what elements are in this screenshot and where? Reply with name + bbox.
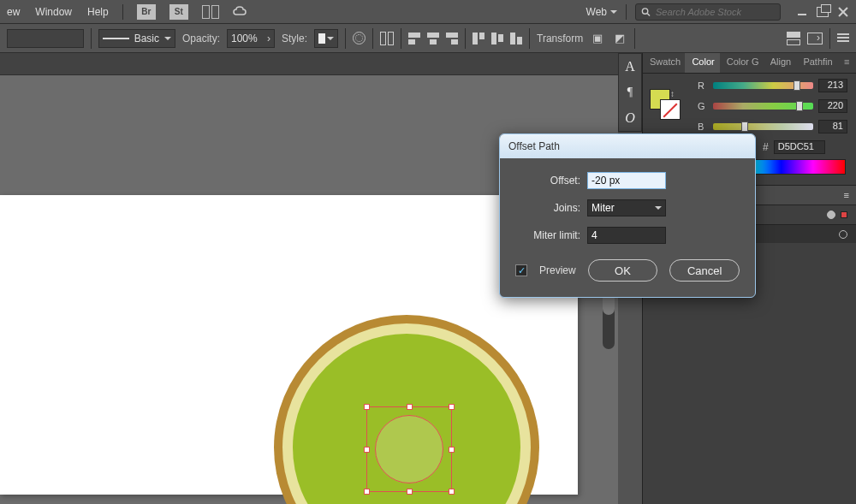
- b-label: B: [698, 122, 708, 132]
- target-icon[interactable]: [827, 210, 835, 219]
- style-swatch-icon: [318, 33, 325, 44]
- separator: [829, 28, 830, 49]
- offset-path-dialog: Offset Path Offset: Joins: Miter Miter l…: [499, 133, 756, 298]
- handle-ne[interactable]: [449, 404, 455, 410]
- chevron-down-icon: [655, 206, 662, 210]
- isolate-icon[interactable]: ◩: [612, 31, 627, 46]
- preview-checkbox[interactable]: ✓: [515, 264, 527, 276]
- align-right-icon[interactable]: [446, 33, 458, 44]
- panel-menu-icon[interactable]: [837, 33, 849, 44]
- handle-w[interactable]: [364, 447, 370, 453]
- panel-menu-icon[interactable]: ≡: [844, 190, 849, 200]
- g-label: G: [698, 101, 708, 111]
- stroke-preview-icon: [103, 38, 129, 39]
- panel-expand-icon[interactable]: [807, 33, 823, 44]
- search-icon: [641, 7, 651, 17]
- preview-label: Preview: [539, 264, 576, 276]
- arrange-docs-icon[interactable]: [202, 5, 219, 19]
- stroke-swatch[interactable]: [660, 99, 681, 120]
- align-hcenter-icon[interactable]: [427, 33, 439, 44]
- miter-limit-label: Miter limit:: [515, 229, 587, 241]
- swap-fill-stroke-icon[interactable]: ↕: [670, 89, 675, 98]
- g-slider[interactable]: [713, 103, 813, 110]
- bridge-icon[interactable]: Br: [137, 4, 156, 20]
- menu-window[interactable]: Window: [35, 6, 72, 18]
- align-left-icon[interactable]: [408, 33, 420, 44]
- canvas[interactable]: [0, 75, 584, 504]
- hex-value[interactable]: D5DC51: [774, 140, 825, 154]
- minimize-icon[interactable]: [796, 7, 808, 17]
- handle-s[interactable]: [407, 489, 413, 495]
- menu-view[interactable]: ew: [7, 6, 20, 18]
- opacity-field[interactable]: 100% ›: [227, 29, 275, 48]
- r-value[interactable]: 213: [818, 79, 847, 92]
- paragraph-panel-icon[interactable]: ¶: [619, 80, 641, 105]
- handle-e[interactable]: [449, 447, 455, 453]
- miter-limit-input[interactable]: [587, 227, 666, 244]
- panel-menu-icon[interactable]: ≡: [837, 53, 856, 73]
- tab-swatches[interactable]: Swatch: [643, 53, 685, 73]
- separator: [401, 28, 401, 49]
- svg-point-0: [642, 8, 647, 13]
- character-panel-icon[interactable]: A: [619, 54, 641, 80]
- separator: [122, 4, 123, 20]
- dialog-title: Offset Path: [508, 140, 560, 152]
- workspace-switcher[interactable]: Web: [586, 6, 617, 18]
- handle-nw[interactable]: [364, 404, 370, 410]
- target-icon[interactable]: [839, 230, 847, 239]
- handle-n[interactable]: [407, 404, 413, 410]
- opacity-value: 100%: [231, 33, 258, 44]
- stock-search[interactable]: [635, 3, 781, 21]
- chevron-down-icon: [327, 37, 334, 40]
- r-slider[interactable]: [713, 82, 813, 89]
- transform-label[interactable]: Transform: [537, 33, 583, 44]
- maximize-icon[interactable]: [817, 7, 829, 17]
- stock-search-input[interactable]: [656, 7, 775, 17]
- tab-color[interactable]: Color: [685, 53, 719, 73]
- align-top-icon[interactable]: [473, 33, 484, 44]
- ok-button[interactable]: OK: [588, 259, 658, 282]
- align-vcenter-icon[interactable]: [491, 33, 503, 44]
- selection-indicator: [841, 211, 847, 218]
- separator: [345, 28, 346, 49]
- selection-bbox[interactable]: [366, 406, 452, 492]
- handle-se[interactable]: [449, 489, 455, 495]
- cancel-button[interactable]: Cancel: [669, 259, 740, 282]
- separator: [626, 4, 627, 20]
- opentype-panel-icon[interactable]: O: [619, 105, 641, 131]
- chevron-down-icon: [610, 10, 617, 14]
- b-value[interactable]: 81: [818, 120, 847, 133]
- handle-sw[interactable]: [364, 489, 370, 495]
- gpu-preview-icon[interactable]: [233, 6, 250, 18]
- offset-label: Offset:: [515, 175, 587, 187]
- graphic-style[interactable]: [314, 29, 338, 48]
- menu-help[interactable]: Help: [87, 6, 109, 18]
- close-icon[interactable]: [837, 7, 849, 17]
- opacity-label: Opacity:: [182, 33, 220, 44]
- joins-select[interactable]: Miter: [587, 199, 666, 216]
- b-slider[interactable]: [713, 123, 813, 130]
- shape-mode-icon[interactable]: ▣: [590, 31, 605, 46]
- separator: [634, 28, 635, 49]
- separator: [372, 28, 373, 49]
- type-panels-strip: A ¶ O: [618, 53, 642, 132]
- stroke-profile[interactable]: Basic: [98, 29, 175, 48]
- align-panel-icon[interactable]: [380, 32, 394, 45]
- tab-color-guide[interactable]: Color G: [720, 53, 764, 73]
- fill-stroke-proxy[interactable]: ↕: [650, 89, 682, 122]
- offset-input[interactable]: [587, 172, 666, 189]
- tab-align[interactable]: Align: [764, 53, 797, 73]
- svg-line-1: [647, 13, 650, 15]
- fill-stroke-swatch[interactable]: [7, 29, 84, 48]
- chevron-down-icon: [164, 37, 171, 40]
- joins-label: Joins:: [515, 202, 587, 214]
- recolor-icon[interactable]: [353, 32, 366, 44]
- document-tabstrip[interactable]: [0, 53, 618, 75]
- align-bottom-icon[interactable]: [510, 33, 522, 44]
- g-value[interactable]: 220: [818, 99, 847, 113]
- tab-pathfinder[interactable]: Pathfin: [796, 53, 837, 73]
- dialog-titlebar[interactable]: Offset Path: [500, 134, 755, 158]
- stock-icon[interactable]: St: [169, 4, 188, 20]
- panel-grid-icon[interactable]: [787, 32, 800, 45]
- window-buttons: [796, 7, 849, 17]
